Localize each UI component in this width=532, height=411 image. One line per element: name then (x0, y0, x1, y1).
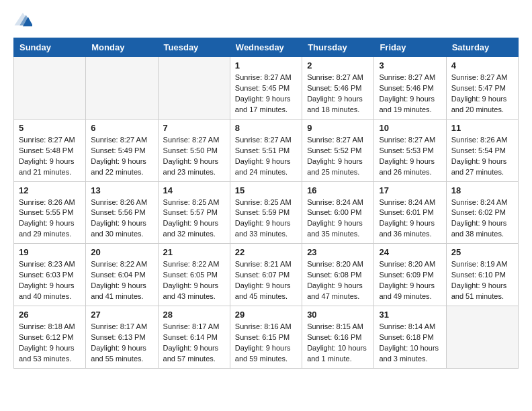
weekday-header: Sunday (14, 38, 86, 57)
day-number: 1 (235, 60, 297, 71)
calendar-day-cell: 11 Sunrise: 8:26 AM Sunset: 5:54 PM Dayl… (446, 119, 518, 181)
sunset-label: Sunset: 5:54 PM (451, 146, 506, 154)
sunset-label: Sunset: 5:48 PM (19, 146, 73, 154)
sunset-label: Sunset: 5:47 PM (451, 84, 506, 92)
sunset-label: Sunset: 6:00 PM (307, 208, 361, 216)
sunrise-label: Sunrise: 8:24 AM (307, 198, 363, 206)
sunrise-label: Sunrise: 8:17 AM (91, 322, 147, 330)
sunset-label: Sunset: 5:57 PM (163, 208, 218, 216)
day-info: Sunrise: 8:27 AM Sunset: 5:46 PM Dayligh… (307, 73, 369, 116)
day-number: 26 (19, 310, 81, 320)
daylight-label: Daylight: 9 hours and 49 minutes. (379, 281, 435, 300)
day-info: Sunrise: 8:16 AM Sunset: 6:15 PM Dayligh… (235, 322, 297, 365)
weekday-header: Monday (86, 38, 158, 57)
daylight-label: Daylight: 9 hours and 45 minutes. (235, 281, 291, 300)
calendar-day-cell: 23 Sunrise: 8:20 AM Sunset: 6:08 PM Dayl… (302, 244, 374, 306)
day-info: Sunrise: 8:26 AM Sunset: 5:56 PM Dayligh… (91, 197, 152, 240)
calendar-day-cell: 27 Sunrise: 8:17 AM Sunset: 6:13 PM Dayl… (86, 306, 158, 369)
day-number: 7 (163, 123, 225, 133)
calendar-day-cell: 28 Sunrise: 8:17 AM Sunset: 6:14 PM Dayl… (158, 306, 230, 369)
day-info: Sunrise: 8:22 AM Sunset: 6:04 PM Dayligh… (91, 259, 152, 302)
calendar-day-cell: 15 Sunrise: 8:25 AM Sunset: 5:59 PM Dayl… (230, 181, 302, 244)
day-number: 17 (379, 185, 441, 195)
daylight-label: Daylight: 9 hours and 53 minutes. (19, 344, 75, 363)
calendar-day-cell: 12 Sunrise: 8:26 AM Sunset: 5:55 PM Dayl… (14, 181, 86, 244)
sunset-label: Sunset: 6:07 PM (235, 271, 290, 279)
daylight-label: Daylight: 9 hours and 19 minutes. (379, 95, 435, 113)
day-info: Sunrise: 8:27 AM Sunset: 5:50 PM Dayligh… (163, 135, 225, 178)
daylight-label: Daylight: 9 hours and 25 minutes. (307, 157, 363, 176)
day-info: Sunrise: 8:20 AM Sunset: 6:08 PM Dayligh… (307, 259, 369, 302)
calendar-day-cell: 5 Sunrise: 8:27 AM Sunset: 5:48 PM Dayli… (14, 119, 86, 181)
sunrise-label: Sunrise: 8:27 AM (379, 73, 435, 81)
daylight-label: Daylight: 9 hours and 40 minutes. (19, 281, 75, 300)
calendar-week-row: 19 Sunrise: 8:23 AM Sunset: 6:03 PM Dayl… (14, 244, 519, 306)
weekday-header: Thursday (302, 38, 374, 57)
sunset-label: Sunset: 5:52 PM (307, 146, 361, 154)
sunset-label: Sunset: 5:53 PM (379, 146, 433, 154)
day-number: 18 (451, 185, 513, 195)
sunrise-label: Sunrise: 8:27 AM (307, 136, 363, 144)
sunset-label: Sunset: 6:04 PM (91, 271, 145, 279)
calendar-day-cell: 20 Sunrise: 8:22 AM Sunset: 6:04 PM Dayl… (86, 244, 158, 306)
calendar-day-cell: 22 Sunrise: 8:21 AM Sunset: 6:07 PM Dayl… (230, 244, 302, 306)
day-info: Sunrise: 8:24 AM Sunset: 6:01 PM Dayligh… (379, 197, 441, 240)
sunrise-label: Sunrise: 8:16 AM (235, 322, 292, 330)
day-number: 9 (307, 123, 369, 133)
day-number: 21 (163, 247, 225, 257)
calendar-day-cell: 25 Sunrise: 8:19 AM Sunset: 6:10 PM Dayl… (446, 244, 518, 306)
daylight-label: Daylight: 9 hours and 57 minutes. (163, 344, 219, 363)
daylight-label: Daylight: 9 hours and 22 minutes. (91, 157, 146, 176)
sunset-label: Sunset: 5:50 PM (163, 146, 218, 154)
sunrise-label: Sunrise: 8:27 AM (91, 136, 147, 144)
sunrise-label: Sunrise: 8:26 AM (19, 198, 75, 206)
sunrise-label: Sunrise: 8:18 AM (19, 322, 75, 330)
calendar-week-row: 26 Sunrise: 8:18 AM Sunset: 6:12 PM Dayl… (14, 306, 519, 369)
daylight-label: Daylight: 9 hours and 35 minutes. (307, 219, 363, 238)
sunset-label: Sunset: 6:15 PM (235, 333, 290, 341)
day-number: 30 (307, 310, 369, 320)
sunrise-label: Sunrise: 8:20 AM (307, 260, 363, 268)
calendar-day-cell (14, 57, 86, 120)
calendar-day-cell: 26 Sunrise: 8:18 AM Sunset: 6:12 PM Dayl… (14, 306, 86, 369)
sunset-label: Sunset: 6:10 PM (451, 271, 506, 279)
day-info: Sunrise: 8:17 AM Sunset: 6:14 PM Dayligh… (163, 322, 225, 365)
calendar-day-cell: 7 Sunrise: 8:27 AM Sunset: 5:50 PM Dayli… (158, 119, 230, 181)
calendar-day-cell: 3 Sunrise: 8:27 AM Sunset: 5:46 PM Dayli… (374, 57, 446, 120)
daylight-label: Daylight: 9 hours and 47 minutes. (307, 281, 363, 300)
weekday-header: Wednesday (230, 38, 302, 57)
sunrise-label: Sunrise: 8:15 AM (307, 322, 363, 330)
day-info: Sunrise: 8:14 AM Sunset: 6:18 PM Dayligh… (379, 322, 441, 365)
day-info: Sunrise: 8:26 AM Sunset: 5:54 PM Dayligh… (451, 135, 513, 178)
sunset-label: Sunset: 6:08 PM (307, 271, 361, 279)
daylight-label: Daylight: 10 hours and 3 minutes. (379, 344, 439, 363)
weekday-header: Friday (374, 38, 446, 57)
calendar-day-cell: 24 Sunrise: 8:20 AM Sunset: 6:09 PM Dayl… (374, 244, 446, 306)
calendar-day-cell: 1 Sunrise: 8:27 AM Sunset: 5:45 PM Dayli… (230, 57, 302, 120)
daylight-label: Daylight: 9 hours and 17 minutes. (235, 95, 291, 113)
day-number: 24 (379, 247, 441, 257)
sunset-label: Sunset: 5:46 PM (379, 84, 433, 92)
calendar-day-cell: 31 Sunrise: 8:14 AM Sunset: 6:18 PM Dayl… (374, 306, 446, 369)
sunset-label: Sunset: 5:45 PM (235, 84, 290, 92)
day-info: Sunrise: 8:23 AM Sunset: 6:03 PM Dayligh… (19, 259, 81, 302)
day-number: 13 (91, 185, 152, 195)
day-number: 3 (379, 60, 441, 71)
calendar-day-cell: 13 Sunrise: 8:26 AM Sunset: 5:56 PM Dayl… (86, 181, 158, 244)
day-number: 23 (307, 247, 369, 257)
day-number: 28 (163, 310, 225, 320)
day-number: 5 (19, 123, 81, 133)
daylight-label: Daylight: 9 hours and 51 minutes. (451, 281, 507, 300)
day-number: 10 (379, 123, 441, 133)
calendar-day-cell: 6 Sunrise: 8:27 AM Sunset: 5:49 PM Dayli… (86, 119, 158, 181)
daylight-label: Daylight: 9 hours and 18 minutes. (307, 95, 363, 113)
daylight-label: Daylight: 9 hours and 23 minutes. (163, 157, 219, 176)
sunset-label: Sunset: 5:49 PM (91, 146, 145, 154)
day-number: 2 (307, 60, 369, 71)
sunset-label: Sunset: 6:16 PM (307, 333, 361, 341)
daylight-label: Daylight: 10 hours and 1 minute. (307, 344, 367, 363)
sunset-label: Sunset: 5:55 PM (19, 208, 73, 216)
sunrise-label: Sunrise: 8:19 AM (451, 260, 508, 268)
day-info: Sunrise: 8:25 AM Sunset: 5:59 PM Dayligh… (235, 197, 297, 240)
calendar-day-cell: 17 Sunrise: 8:24 AM Sunset: 6:01 PM Dayl… (374, 181, 446, 244)
